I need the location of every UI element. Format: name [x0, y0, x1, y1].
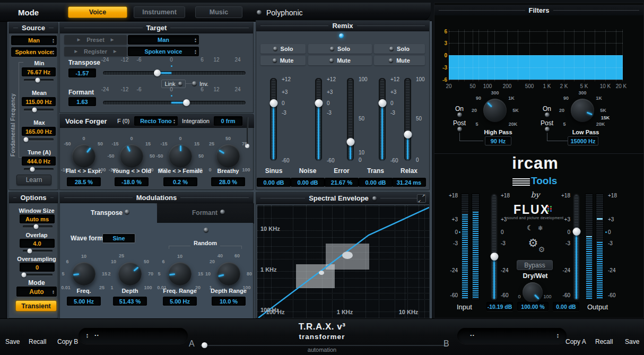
mod-depth-range-knob[interactable] [217, 262, 240, 285]
formant-slider[interactable] [103, 101, 246, 105]
breathy-knob[interactable] [216, 144, 240, 168]
noise-fader-handle[interactable] [315, 99, 323, 107]
bypass-button[interactable]: Bypass [517, 260, 553, 270]
remix-led[interactable] [339, 33, 344, 38]
mute-trans-relax[interactable]: Mute [374, 56, 425, 65]
link-led[interactable] [178, 82, 182, 86]
max-slider[interactable] [24, 138, 54, 141]
tab-music[interactable]: Music [195, 6, 242, 18]
window-size-slider-handle[interactable] [34, 224, 39, 229]
envelope-curve[interactable] [257, 205, 429, 318]
preset-selector[interactable]: ▶Preset▶ [64, 35, 127, 45]
input-value[interactable]: -10.19 dB [486, 302, 513, 311]
error-fader[interactable] [347, 78, 354, 161]
moon-icon[interactable]: ☾ [527, 224, 533, 232]
register-selector[interactable]: ▶Register▶ [64, 47, 127, 56]
drywet-value[interactable]: 100.00 % [517, 302, 549, 311]
error-fader-handle[interactable] [346, 138, 354, 146]
sinus-fader-handle[interactable] [269, 99, 277, 107]
drywet-knob[interactable] [523, 282, 543, 302]
mute-sinus[interactable]: Mute [260, 56, 306, 65]
link-toggle[interactable]: Link [161, 80, 186, 88]
waveform-dropdown[interactable]: Sine [102, 233, 135, 243]
output-fader[interactable] [573, 194, 580, 300]
spectral-led[interactable] [372, 196, 377, 201]
spectral-graph[interactable]: 10 KHz 1 KHz 100 Hz 100 Hz 1 KHz 10 KHz [257, 205, 429, 318]
copy-a-button[interactable]: Copy A [565, 338, 586, 345]
recall-b-button[interactable]: Recall [595, 338, 613, 345]
hp-on-led[interactable] [457, 112, 462, 117]
oversampling-slider[interactable] [23, 274, 53, 276]
tune-slider[interactable] [24, 168, 54, 170]
oversampling-slider-handle[interactable] [22, 273, 27, 278]
preset-b-field[interactable]: .. [457, 328, 567, 344]
transpose-slider[interactable] [103, 71, 246, 75]
trans-fader[interactable] [379, 78, 386, 161]
tab-transpose-label[interactable]: Transpose [91, 209, 123, 217]
formant-slider-handle[interactable] [183, 99, 190, 106]
tune-slider-handle[interactable] [30, 167, 34, 172]
min-slider[interactable] [24, 79, 54, 81]
tab-instrument[interactable]: Instrument [134, 6, 185, 18]
overlap-value[interactable]: 4.0 [20, 239, 55, 248]
tab-voice[interactable]: Voice [68, 6, 127, 18]
young-old-knob[interactable] [120, 144, 143, 168]
mod-depth-range-value[interactable]: 10.0 % [212, 297, 246, 306]
young-old-value[interactable]: -18.0 % [115, 177, 149, 186]
mod-freq-knob[interactable] [72, 262, 95, 285]
f0-mode-dropdown[interactable]: Recto Tono [134, 116, 178, 126]
relax-value[interactable]: 31.24 ms [392, 178, 426, 187]
window-size-slider[interactable] [23, 226, 53, 228]
solo-sinus[interactable]: Solo [260, 44, 306, 54]
solo-trans-relax[interactable]: Solo [374, 44, 425, 54]
save-b-button[interactable]: Save [625, 338, 639, 345]
tune-value[interactable]: 444.0 Hz [22, 157, 56, 166]
male-female-value[interactable]: 0.2 % [163, 177, 197, 186]
trans-value[interactable]: 0.00 dB [359, 178, 393, 187]
save-a-button[interactable]: Save [5, 338, 20, 345]
integration-value[interactable]: 0 frm [214, 116, 242, 126]
mean-slider-handle[interactable] [32, 108, 37, 112]
min-slider-handle[interactable] [36, 78, 40, 83]
register-value-dropdown[interactable]: Spoken voice [128, 47, 199, 56]
automation-label[interactable]: automation [308, 347, 336, 353]
low-pass-knob[interactable] [571, 99, 594, 122]
relax-fader-handle[interactable] [404, 131, 412, 138]
breathy-value[interactable]: 28.0 % [211, 177, 245, 186]
mod-depth-knob[interactable] [118, 262, 142, 285]
transpose-slider-handle[interactable] [154, 70, 161, 76]
filters-graph[interactable] [449, 29, 623, 81]
overlap-slider[interactable] [23, 250, 53, 252]
input-fader-handle[interactable] [490, 253, 498, 261]
preset-a-field[interactable]: .. [79, 328, 188, 344]
preset-value-dropdown[interactable]: Man [128, 35, 199, 45]
source-style-dropdown[interactable]: Spoken voice [11, 47, 57, 57]
source-voice-dropdown[interactable]: Man [11, 36, 57, 45]
mod-depth-value[interactable]: 51.43 % [113, 297, 147, 306]
mode-dropdown[interactable]: Auto [16, 287, 57, 297]
mean-value[interactable]: 115.00 Hz [22, 97, 56, 106]
mod-freq-range-knob[interactable] [168, 262, 192, 285]
solo-noise-error[interactable]: Solo [308, 44, 372, 54]
mean-slider[interactable] [24, 109, 54, 111]
chevron-updown-icon[interactable] [86, 333, 89, 339]
random-led[interactable] [204, 228, 208, 232]
min-value[interactable]: 76.67 Hz [22, 67, 56, 76]
mod-freq-range-value[interactable]: 5.00 Hz [163, 297, 197, 306]
error-value[interactable]: 21.67 % [325, 178, 359, 187]
relax-fader[interactable] [404, 78, 411, 161]
input-fader[interactable] [491, 194, 498, 300]
lp-post-led[interactable] [545, 127, 550, 132]
lp-on-led[interactable] [545, 112, 550, 117]
sinus-fader[interactable] [270, 78, 277, 161]
gear-large-icon[interactable]: ⚙ [528, 237, 538, 249]
high-pass-knob[interactable] [483, 99, 507, 122]
ab-morph-handle[interactable] [202, 342, 207, 348]
ab-morph-slider[interactable] [201, 345, 448, 346]
arrow-right-icon[interactable]: ▶ [111, 38, 114, 42]
noise-value[interactable]: 0.00 dB [291, 178, 325, 187]
learn-button[interactable]: Learn [16, 175, 51, 185]
gear-small-icon[interactable]: ⚙ [538, 245, 545, 254]
hp-post-led[interactable] [457, 127, 462, 132]
recall-a-button[interactable]: Recall [29, 338, 46, 345]
